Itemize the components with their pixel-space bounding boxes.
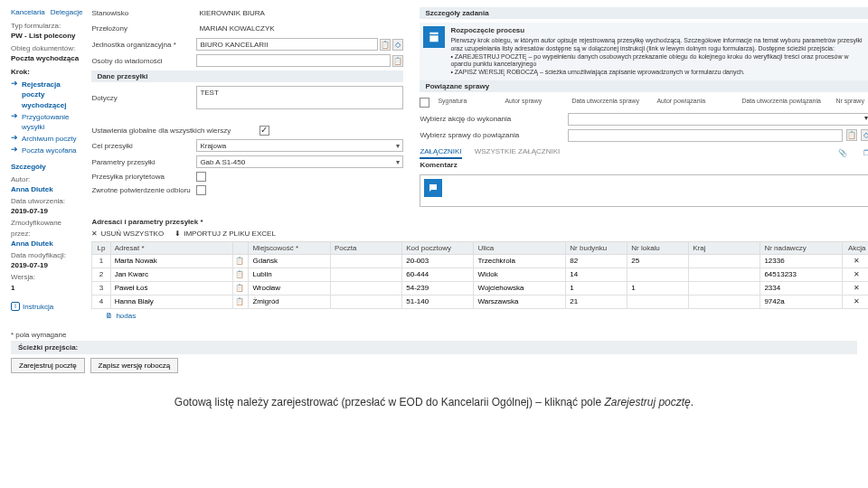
- select-akcje[interactable]: ▾: [568, 113, 868, 126]
- row-lookup-icon[interactable]: 📋: [233, 267, 249, 281]
- input-adresat[interactable]: [113, 255, 231, 267]
- krok-head: Krok:: [11, 67, 82, 77]
- attach-tabs: ZAŁĄCZNIKI WSZYSTKIE ZAŁĄCZNIKI 📎 ❐: [420, 147, 868, 159]
- input-nad[interactable]: [762, 282, 840, 294]
- input-miej[interactable]: [250, 255, 328, 267]
- input-kod[interactable]: [404, 268, 471, 280]
- hodas-link[interactable]: 🗎hodas: [91, 312, 136, 320]
- krok-przygotowanie[interactable]: ➔Przygotowanie wysyłki: [11, 111, 82, 133]
- col-bud: Nr budynku: [566, 241, 627, 254]
- hodas-label: hodas: [116, 312, 136, 320]
- tool-import[interactable]: ⬇IMPORTUJ Z PLIKU EXCEL: [175, 230, 276, 238]
- clear-icon[interactable]: ◇: [861, 129, 868, 141]
- input-poczta[interactable]: [333, 282, 400, 294]
- input-adresat[interactable]: [113, 268, 231, 280]
- row-delete-icon[interactable]: ✕: [842, 295, 868, 308]
- cell-poczta: [331, 254, 402, 267]
- cell-bud: [566, 267, 627, 281]
- input-kraj[interactable]: [691, 255, 758, 267]
- attach-copy-icon[interactable]: ❐: [861, 147, 868, 159]
- krok-archiwum[interactable]: ➔Archiwum poczty: [11, 133, 82, 145]
- row-lookup-icon[interactable]: 📋: [233, 254, 249, 267]
- input-kod[interactable]: [404, 282, 471, 294]
- row-lookup-icon[interactable]: 📋: [233, 295, 249, 308]
- input-poczta[interactable]: [333, 268, 400, 280]
- instrukcja-link[interactable]: i Instrukcja: [11, 302, 82, 312]
- row-delete-icon[interactable]: ✕: [842, 267, 868, 281]
- tab-wszystkie[interactable]: WSZYSTKIE ZAŁĄCZNIKI: [475, 147, 561, 159]
- flow: Poczta wychodząca: [11, 53, 82, 63]
- lbl-wyb-akcje: Wybierz akcję do wykonania: [420, 115, 564, 123]
- input-sprawy[interactable]: [568, 129, 843, 142]
- lookup-icon[interactable]: 📋: [380, 39, 391, 51]
- btn-zarejestruj[interactable]: Zarejestruj pocztę: [11, 358, 85, 373]
- input-lok[interactable]: [629, 282, 686, 294]
- input-nad[interactable]: [762, 296, 840, 307]
- row-delete-icon[interactable]: ✕: [842, 254, 868, 267]
- cell-lp: 1: [92, 254, 110, 267]
- cell-poczta: [331, 267, 402, 281]
- tool-label: IMPORTUJ Z PLIKU EXCEL: [184, 230, 276, 238]
- chk-priorytet[interactable]: [196, 172, 206, 182]
- input-kraj[interactable]: [691, 296, 758, 307]
- lbl-author: Autor:: [11, 174, 82, 184]
- lbl-param: Parametry przesyłki: [91, 158, 191, 166]
- lbl-flow: Obieg dokumentów:: [11, 43, 82, 53]
- btn-zapisz[interactable]: Zapisz wersję roboczą: [90, 358, 179, 373]
- komentarz-area[interactable]: [420, 174, 868, 207]
- clear-icon[interactable]: ◇: [392, 39, 403, 51]
- input-lok[interactable]: [629, 255, 686, 267]
- chk-zwrotne[interactable]: [196, 185, 206, 195]
- cell-ulica: [474, 295, 566, 308]
- krok-wycofana[interactable]: ➔Poczta wycofana: [11, 145, 82, 156]
- input-adresat[interactable]: [113, 282, 231, 294]
- row-delete-icon[interactable]: ✕: [842, 281, 868, 295]
- cell-miej: [249, 295, 331, 308]
- select-param[interactable]: Gab A S1-450: [196, 155, 403, 168]
- tab-kancelaria[interactable]: Kancelaria: [11, 7, 45, 17]
- row-lookup-icon[interactable]: 📋: [233, 281, 249, 295]
- ver: 1: [11, 283, 82, 293]
- lbl-osoby: Osoby do wiadomości: [91, 57, 191, 65]
- krok-rejestracja[interactable]: ➔Rejestracja poczty wychodzącej: [11, 79, 82, 111]
- tab-zalaczniki[interactable]: ZAŁĄCZNIKI: [420, 147, 461, 159]
- chk-all-pow[interactable]: [420, 98, 429, 108]
- input-poczta[interactable]: [333, 296, 400, 307]
- krok-label: Poczta wycofana: [22, 145, 76, 155]
- col-autorpow: Autor powiązania: [656, 98, 738, 108]
- arrow-icon: ➔: [11, 112, 18, 120]
- input-miej[interactable]: [250, 282, 328, 294]
- chk-global[interactable]: [259, 126, 269, 136]
- input-bud[interactable]: [568, 255, 625, 267]
- input-ulica[interactable]: [476, 255, 563, 267]
- input-dotyczy[interactable]: TEST: [196, 86, 403, 109]
- input-nad[interactable]: [762, 268, 840, 280]
- lookup-icon[interactable]: 📋: [392, 55, 403, 67]
- input-kraj[interactable]: [691, 268, 758, 280]
- input-lok[interactable]: [629, 268, 686, 280]
- input-miej[interactable]: [250, 296, 328, 307]
- input-nad[interactable]: [762, 255, 840, 267]
- attach-add-icon[interactable]: 📎: [837, 147, 848, 159]
- cell-ulica: [474, 281, 566, 295]
- input-ulica[interactable]: [476, 268, 563, 280]
- input-adresat[interactable]: [113, 296, 231, 307]
- input-bud[interactable]: [568, 268, 625, 280]
- input-osoby[interactable]: [196, 54, 391, 67]
- lookup-icon[interactable]: 📋: [846, 129, 857, 141]
- input-kraj[interactable]: [691, 282, 758, 294]
- input-ulica[interactable]: [476, 296, 563, 307]
- input-bud[interactable]: [568, 282, 625, 294]
- tab-delegacje[interactable]: Delegacje: [51, 7, 83, 17]
- input-ulica[interactable]: [476, 282, 563, 294]
- tool-remove-all[interactable]: ✕USUŃ WSZYSTKO: [91, 230, 164, 238]
- input-kod[interactable]: [404, 255, 471, 267]
- table-row: 1📋✕: [92, 254, 868, 267]
- input-bud[interactable]: [568, 296, 625, 307]
- select-cel[interactable]: Krajowa: [196, 139, 403, 152]
- input-lok[interactable]: [629, 296, 686, 307]
- input-kod[interactable]: [404, 296, 471, 307]
- input-poczta[interactable]: [333, 255, 400, 267]
- input-miej[interactable]: [250, 268, 328, 280]
- input-jednostka[interactable]: BIURO KANCELARII: [196, 38, 378, 51]
